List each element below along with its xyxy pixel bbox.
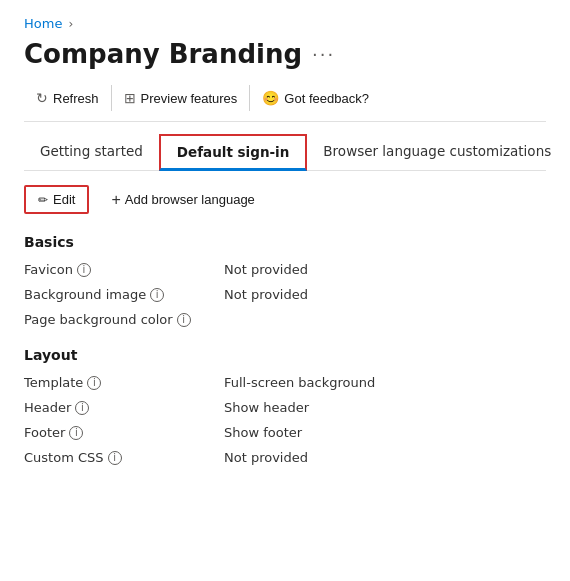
preview-label: Preview features (141, 91, 238, 106)
favicon-info-icon[interactable]: i (77, 263, 91, 277)
tab-browser-language[interactable]: Browser language customizations (307, 135, 567, 169)
header-label: Header i (24, 400, 224, 415)
edit-label: Edit (53, 192, 75, 207)
page-title-text: Company Branding (24, 39, 302, 69)
custom-css-info-icon[interactable]: i (108, 451, 122, 465)
field-row-background-image: Background image i Not provided (24, 287, 546, 302)
footer-info-icon[interactable]: i (69, 426, 83, 440)
tab-getting-started[interactable]: Getting started (24, 135, 159, 169)
basics-section: Basics Favicon i Not provided Background… (24, 234, 546, 327)
header-info-icon[interactable]: i (75, 401, 89, 415)
add-browser-language-button[interactable]: + Add browser language (103, 186, 262, 214)
layout-section-title: Layout (24, 347, 546, 363)
page-title: Company Branding ··· (24, 39, 546, 69)
header-value: Show header (224, 400, 309, 415)
tabs-bar: Getting started Default sign-in Browser … (24, 134, 546, 171)
template-info-icon[interactable]: i (87, 376, 101, 390)
favicon-label: Favicon i (24, 262, 224, 277)
feedback-icon: 😊 (262, 90, 279, 106)
favicon-value: Not provided (224, 262, 308, 277)
page-title-ellipsis: ··· (312, 44, 335, 65)
preview-features-button[interactable]: ⊞ Preview features (112, 85, 251, 111)
refresh-label: Refresh (53, 91, 99, 106)
background-image-info-icon[interactable]: i (150, 288, 164, 302)
custom-css-value: Not provided (224, 450, 308, 465)
footer-label: Footer i (24, 425, 224, 440)
footer-value: Show footer (224, 425, 302, 440)
custom-css-label: Custom CSS i (24, 450, 224, 465)
preview-icon: ⊞ (124, 90, 136, 106)
background-image-value: Not provided (224, 287, 308, 302)
breadcrumb-home[interactable]: Home (24, 16, 62, 31)
template-value: Full-screen background (224, 375, 375, 390)
toolbar: ↻ Refresh ⊞ Preview features 😊 Got feedb… (24, 85, 546, 122)
field-row-footer: Footer i Show footer (24, 425, 546, 440)
action-bar: ✏ Edit + Add browser language (24, 185, 546, 214)
feedback-label: Got feedback? (284, 91, 369, 106)
template-label: Template i (24, 375, 224, 390)
field-row-favicon: Favicon i Not provided (24, 262, 546, 277)
breadcrumb-separator: › (68, 17, 73, 31)
refresh-icon: ↻ (36, 90, 48, 106)
field-row-page-background-color: Page background color i (24, 312, 546, 327)
layout-section: Layout Template i Full-screen background… (24, 347, 546, 465)
edit-button[interactable]: ✏ Edit (24, 185, 89, 214)
field-row-custom-css: Custom CSS i Not provided (24, 450, 546, 465)
refresh-button[interactable]: ↻ Refresh (24, 85, 112, 111)
page-background-color-label: Page background color i (24, 312, 224, 327)
plus-icon: + (111, 191, 120, 209)
tab-default-sign-in[interactable]: Default sign-in (159, 134, 308, 171)
page-bg-color-info-icon[interactable]: i (177, 313, 191, 327)
field-row-header: Header i Show header (24, 400, 546, 415)
basics-section-title: Basics (24, 234, 546, 250)
breadcrumb: Home › (24, 16, 546, 31)
feedback-button[interactable]: 😊 Got feedback? (250, 85, 381, 111)
background-image-label: Background image i (24, 287, 224, 302)
field-row-template: Template i Full-screen background (24, 375, 546, 390)
edit-icon: ✏ (38, 193, 48, 207)
add-lang-label: Add browser language (125, 192, 255, 207)
